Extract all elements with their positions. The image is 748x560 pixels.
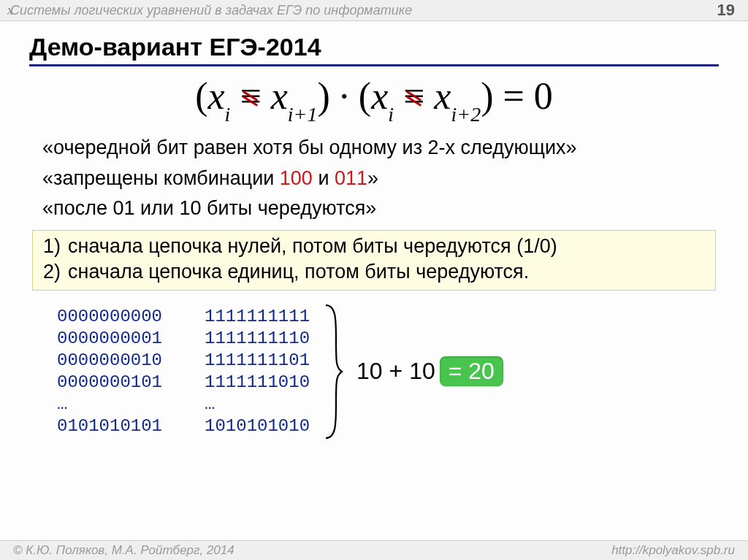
slide-title: Демо-вариант ЕГЭ-2014 [29,33,719,66]
eq-rparen1: ) [318,75,330,117]
eq-x1: x [208,75,225,117]
interpretations: «очередной бит равен хотя бы одному из 2… [42,133,719,225]
interp-line-3: «после 01 или 10 биты чередуются» [42,193,719,224]
eq-x2: x [271,75,288,117]
bit-column-b: 1111111111 1111111110 1111111101 1111111… [205,306,310,437]
footer-url: http://kpolyakov.spb.ru [611,541,735,560]
struck-equiv-2-icon: ≡ [403,77,424,117]
eq-rhs: = 0 [503,75,552,117]
page-number: 19 [717,0,735,20]
result-expression: 10 + 10 = 20 [356,356,503,386]
eq-rparen2: ) [481,75,493,117]
eq-sub-i2p: i+2 [451,103,481,126]
eq-x3: x [371,75,388,117]
highlight-box: 1)сначала цепочка нулей, потом биты чере… [32,230,716,290]
result-lhs: 10 + 10 [356,358,435,385]
bit-column-a: 0000000000 0000000001 0000000010 0000000… [57,306,162,437]
footer-copyright: © К.Ю. Поляков, М.А. Ройтберг, 2014 [13,541,234,560]
interp-line-1: «очередной бит равен хотя бы одному из 2… [42,133,719,164]
eq-dot: · [340,75,349,117]
eq-lparen1: ( [195,75,207,117]
box-row-1: 1)сначала цепочка нулей, потом биты чере… [43,234,708,259]
forbidden-100: 100 [280,167,313,189]
struck-equiv-1-icon: ≡ [240,77,261,117]
eq-sub-i1: i [225,103,231,126]
bit-sequences-area: 0000000000 0000000001 0000000010 0000000… [57,302,719,441]
curly-brace-icon [323,302,343,441]
interp-line-2: «запрещены комбинации 100 и 011» [42,164,719,194]
box-row-2: 2)сначала цепочка единиц, потом биты чер… [43,259,708,285]
slide-body: Демо-вариант ЕГЭ-2014 (xi ≡ xi+1) · (xi … [0,21,748,441]
eq-lparen2: ( [359,75,371,117]
forbidden-011: 011 [335,167,367,189]
main-equation: (xi ≡ xi+1) · (xi ≡ xi+2) = 0 [29,77,719,121]
breadcrumb: Системы логических уравнений в задачах Е… [10,3,412,18]
result-answer-badge: = 20 [440,356,503,386]
breadcrumb-wrap: xСистемы логических уравнений в задачах … [7,0,412,20]
slide-header: xСистемы логических уравнений в задачах … [0,0,748,21]
eq-x4: x [434,75,451,117]
eq-sub-i1p: i+1 [288,103,318,126]
eq-sub-i2: i [388,103,394,126]
slide-footer: © К.Ю. Поляков, М.А. Ройтберг, 2014 http… [0,540,748,560]
